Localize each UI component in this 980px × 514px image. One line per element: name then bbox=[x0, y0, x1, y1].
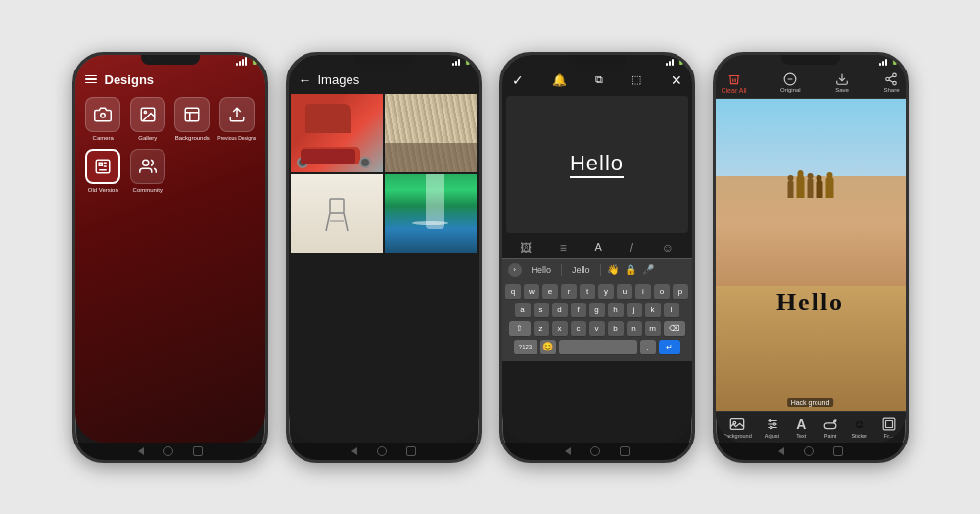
key-r[interactable]: r bbox=[561, 284, 577, 300]
key-z[interactable]: z bbox=[534, 321, 549, 337]
share-action[interactable]: Share bbox=[883, 72, 899, 93]
key-o[interactable]: o bbox=[654, 284, 670, 300]
key-j[interactable]: j bbox=[627, 303, 642, 318]
community-icon-box bbox=[130, 149, 165, 184]
wave-emoji[interactable]: 👋 bbox=[607, 264, 619, 275]
status-bar-3: 🔋 bbox=[502, 55, 692, 69]
key-numbers[interactable]: ?123 bbox=[514, 340, 537, 355]
nav-recents-4[interactable] bbox=[833, 446, 843, 456]
nav-back-4[interactable] bbox=[778, 447, 784, 455]
key-b[interactable]: b bbox=[608, 321, 624, 337]
phone-1: 🔋 Designs Camera bbox=[72, 52, 268, 463]
clear-all-action[interactable]: Clear All bbox=[722, 72, 747, 94]
sticker-icon[interactable]: 🔔 bbox=[552, 73, 567, 87]
grid-row-1: Camera Gallery bbox=[75, 93, 265, 145]
paint-tool[interactable]: Paint bbox=[821, 416, 839, 439]
nav-home[interactable] bbox=[163, 446, 173, 456]
nav-home-2[interactable] bbox=[377, 446, 387, 456]
key-h[interactable]: h bbox=[608, 303, 624, 318]
key-s[interactable]: s bbox=[534, 303, 549, 318]
suggestion-hello[interactable]: Hello bbox=[526, 265, 558, 275]
text-tool-label: Text bbox=[796, 433, 806, 439]
key-q[interactable]: q bbox=[505, 284, 521, 300]
nav-recents[interactable] bbox=[193, 446, 203, 456]
grid-item-community[interactable]: Community bbox=[127, 149, 168, 193]
grid-item-gallery[interactable]: Gallery bbox=[127, 97, 168, 141]
nav-back-2[interactable] bbox=[351, 447, 357, 455]
image-car[interactable] bbox=[291, 94, 383, 172]
sticker-tool[interactable]: ☺ Sticker bbox=[851, 416, 868, 439]
key-w[interactable]: w bbox=[524, 284, 539, 300]
emoji-tool-icon[interactable]: ☺ bbox=[662, 241, 674, 255]
key-n[interactable]: n bbox=[627, 321, 642, 337]
key-emoji[interactable]: 😊 bbox=[540, 340, 556, 355]
key-y[interactable]: y bbox=[598, 284, 614, 300]
grid-item-previous[interactable]: Previous Designs bbox=[216, 97, 257, 141]
image-tool-icon[interactable]: 🖼 bbox=[520, 241, 532, 255]
frame-tool[interactable]: Fr... bbox=[880, 416, 898, 439]
key-u[interactable]: u bbox=[617, 284, 632, 300]
copy-icon[interactable]: ⧉ bbox=[595, 73, 603, 86]
key-t[interactable]: t bbox=[580, 284, 595, 300]
background-tool[interactable]: Background bbox=[723, 416, 751, 439]
adjust-tool[interactable]: Adjust bbox=[764, 416, 781, 439]
suggestion-jello[interactable]: Jello bbox=[566, 265, 596, 275]
key-g[interactable]: g bbox=[589, 303, 605, 318]
deer-background: Hello Hack ground bbox=[716, 99, 906, 411]
text-tool[interactable]: A Text bbox=[792, 416, 810, 439]
key-space[interactable] bbox=[559, 340, 637, 355]
menu-icon[interactable] bbox=[85, 75, 97, 84]
image-waterfall[interactable] bbox=[385, 174, 477, 253]
key-f[interactable]: f bbox=[571, 303, 586, 318]
lock-emoji[interactable]: 🔒 bbox=[625, 264, 636, 275]
brush-icon[interactable]: / bbox=[630, 241, 633, 255]
phone4-screen: 🔋 Clear All bbox=[716, 55, 906, 443]
original-action[interactable]: Original bbox=[780, 72, 801, 93]
key-v[interactable]: v bbox=[589, 321, 605, 337]
nav-recents-2[interactable] bbox=[406, 446, 416, 456]
nav-home-4[interactable] bbox=[804, 446, 814, 456]
background-tool-label: Background bbox=[723, 433, 751, 439]
nav-back[interactable] bbox=[138, 447, 144, 455]
close-icon[interactable]: ✕ bbox=[671, 72, 682, 88]
svg-line-16 bbox=[889, 80, 893, 82]
grid-item-camera[interactable]: Camera bbox=[83, 97, 124, 141]
back-button[interactable]: ← bbox=[299, 72, 312, 88]
key-period[interactable]: . bbox=[640, 340, 656, 355]
nav-bar-4 bbox=[716, 443, 906, 460]
phone-3: 🔋 ✓ 🔔 ⧉ ⬚ ✕ Hello 🖼 ≡ A / ☺ bbox=[499, 52, 695, 463]
key-m[interactable]: m bbox=[645, 321, 661, 337]
key-a[interactable]: a bbox=[515, 303, 531, 318]
phone-2: 🔋 ← Images bbox=[286, 52, 482, 463]
checkmark-icon[interactable]: ✓ bbox=[512, 72, 524, 88]
grid-item-old-version[interactable]: Old Version bbox=[83, 149, 124, 193]
text-align-icon[interactable]: ≡ bbox=[560, 241, 567, 255]
key-c[interactable]: c bbox=[571, 321, 586, 337]
key-shift[interactable]: ⇧ bbox=[509, 321, 531, 337]
image-chair[interactable] bbox=[291, 174, 383, 253]
suggestion-expand[interactable]: › bbox=[508, 263, 522, 277]
save-action[interactable]: Save bbox=[834, 72, 850, 93]
nav-back-3[interactable] bbox=[565, 447, 571, 455]
paste-icon[interactable]: ⬚ bbox=[631, 73, 641, 86]
key-k[interactable]: k bbox=[645, 303, 661, 318]
svg-rect-6 bbox=[330, 199, 344, 213]
image-reeds[interactable] bbox=[385, 94, 477, 172]
key-e[interactable]: e bbox=[542, 284, 558, 300]
key-row-2: a s d f g h j k l bbox=[504, 303, 690, 318]
mic-icon[interactable]: 🎤 bbox=[642, 264, 654, 275]
canvas-text[interactable]: Hello bbox=[570, 151, 624, 178]
key-i[interactable]: i bbox=[635, 284, 651, 300]
key-p[interactable]: p bbox=[673, 284, 688, 300]
grid-item-backgrounds[interactable]: Backgrounds bbox=[172, 97, 213, 141]
font-icon[interactable]: A bbox=[595, 241, 602, 255]
nav-recents-3[interactable] bbox=[620, 446, 630, 456]
key-backspace[interactable]: ⌫ bbox=[664, 321, 685, 337]
nav-home-3[interactable] bbox=[590, 446, 600, 456]
previous-label: Previous Designs bbox=[217, 135, 256, 141]
key-x[interactable]: x bbox=[552, 321, 568, 337]
key-l[interactable]: l bbox=[664, 303, 679, 318]
key-enter[interactable]: ↵ bbox=[659, 340, 680, 355]
status-bar-2: 🔋 bbox=[289, 55, 479, 69]
key-d[interactable]: d bbox=[552, 303, 568, 318]
